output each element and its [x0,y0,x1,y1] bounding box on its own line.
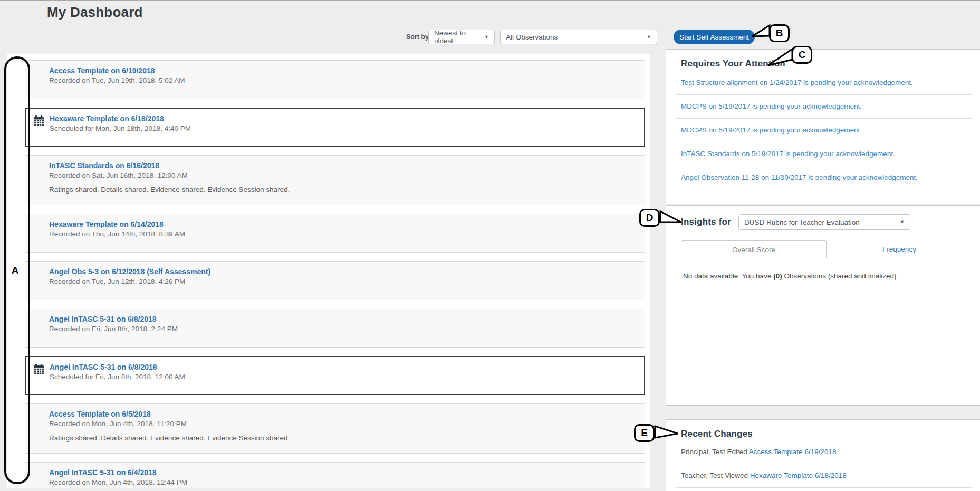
recorded-icon [32,410,44,422]
annotation-label-d: D [639,209,660,227]
observation-title-link[interactable]: Hexaware Template on 6/14/2018 [49,220,637,228]
observation-subtitle: Recorded on Thu, Jun 14th, 2018. 8:39 AM [49,230,637,238]
attention-item-link[interactable]: MDCPS on 5/19/2017 is pending your ackno… [676,119,972,142]
chevron-down-icon: ▼ [893,219,905,225]
insights-tabs: Overall ScoreFrequency [681,240,972,258]
attention-item-link[interactable]: Angel Observation 11-28 on 11/30/2017 is… [676,166,972,189]
observation-title-link[interactable]: InTASC Standards on 6/16/2018 [49,161,637,170]
observation-title-link[interactable]: Access Template on 6/5/2018 [49,410,637,418]
no-data-count: (0) [773,272,782,280]
observation-title-link[interactable]: Hexaware Template on 6/18/2018 [50,114,637,123]
recorded-icon [32,469,44,481]
insights-panel: Insights for DUSD Rubric for Teacher Eva… [666,205,980,406]
recent-change-item: Teacher, Test Viewed Hexaware Template 6… [676,464,972,488]
observation-filter-value: All Observations [506,33,558,41]
observation-subtitle: Scheduled for Fri, Jun 8th, 2018. 12:00 … [50,373,637,381]
observation-subtitle: Recorded on Mon, Jun 4th, 2018. 11:20 PM [49,420,637,428]
observation-card: Angel Obs 5-3 on 6/12/2018 (Self Assessm… [25,261,645,300]
tab-overall-score[interactable]: Overall Score [681,240,827,258]
recent-change-link[interactable]: Access Template 6/19/2018 [749,448,837,456]
recent-change-item: Principal, Test Edited Access Template 6… [676,440,972,464]
observation-card: InTASC Standards on 6/16/2018Recorded on… [25,155,645,205]
requires-attention-heading: Requires Your Attention [681,59,972,69]
tab-frequency[interactable]: Frequency [827,240,972,258]
observation-card: Access Template on 6/5/2018Recorded on M… [25,403,645,454]
no-data-suffix: Observations (shared and finalized) [782,272,897,280]
no-data-prefix: No data available. You have [683,272,773,280]
chevron-down-icon: ▼ [478,34,489,40]
observation-card: Angel InTASC 5-31 on 6/8/2018Scheduled f… [25,356,645,395]
sort-order-value: Newest to oldest [434,29,478,45]
attention-item-link[interactable]: MDCPS on 5/19/2017 is pending your ackno… [676,95,972,119]
observations-panel: Access Template on 6/19/2018Recorded on … [7,54,650,488]
observation-subtitle: Recorded on Tue, Jun 19th, 2018. 5:02 AM [49,76,637,84]
observation-card: Hexaware Template on 6/18/2018Scheduled … [25,108,645,147]
observation-subtitle: Recorded on Fri, Jun 8th, 2018. 2:24 PM [49,325,637,333]
start-self-assessment-button[interactable]: Start Self Assessment [674,30,755,44]
annotation-label-b: B [769,24,790,42]
recorded-icon [32,315,44,328]
recorded-icon [32,268,44,280]
observation-subtitle: Recorded on Sat, Jun 16th, 2018. 12:00 A… [49,171,637,179]
rubric-select[interactable]: DUSD Rubric for Teacher Evaluation ▼ [738,214,910,230]
observation-share-status: Ratings shared. Details shared. Evidence… [49,434,637,442]
observation-title-link[interactable]: Angel Obs 5-3 on 6/12/2018 (Self Assessm… [49,267,637,276]
observation-subtitle: Scheduled for Mon, Jun 18th, 2018. 4:40 … [50,124,637,132]
recent-change-text: Principal, Test Edited [681,448,749,456]
observation-title-link[interactable]: Access Template on 6/19/2018 [49,66,637,75]
recent-changes-heading: Recent Changes [681,429,972,439]
recorded-icon [32,162,44,174]
calendar-icon [33,363,45,376]
observation-title-link[interactable]: Angel InTASC 5-31 on 6/8/2018 [49,315,637,323]
sort-by-label: Sort by: [406,33,431,41]
chevron-down-icon: ▼ [640,34,651,40]
sort-order-select[interactable]: Newest to oldest ▼ [428,30,495,44]
recent-change-text: Teacher, Test Viewed [681,471,750,479]
observation-title-link[interactable]: Angel InTASC 5-31 on 6/4/2018 [49,468,637,477]
attention-item-link[interactable]: InTASC Standards on 5/19/2017 is pending… [676,142,972,166]
observation-card: Angel InTASC 5-31 on 6/4/2018Recorded on… [25,462,645,488]
recorded-icon [32,220,44,233]
observation-card: Access Template on 6/19/2018Recorded on … [25,60,645,99]
calendar-icon [33,115,45,127]
observations-list: Access Template on 6/19/2018Recorded on … [7,54,650,488]
recent-change-link[interactable]: Hexaware Template 6/18/2018 [750,471,847,479]
observation-share-status: Ratings shared. Details shared. Evidence… [49,186,637,194]
requires-attention-list: Test Structure alignment on 1/24/2017 is… [676,71,972,189]
rubric-select-value: DUSD Rubric for Teacher Evaluation [744,218,860,226]
annotation-label-c: C [792,46,812,64]
insights-heading: Insights for [681,217,731,227]
observation-subtitle: Recorded on Tue, Jun 12th, 2018. 4:26 PM [49,277,637,285]
observation-title-link[interactable]: Angel InTASC 5-31 on 6/8/2018 [50,363,637,371]
recent-changes-panel: Recent Changes Principal, Test Edited Ac… [666,419,980,491]
observation-filter-select[interactable]: All Observations ▼ [500,30,657,44]
recent-changes-list: Principal, Test Edited Access Template 6… [676,440,972,488]
top-divider [0,0,980,1]
no-data-message: No data available. You have (0) Observat… [683,272,972,280]
observation-subtitle: Recorded on Mon, Jun 4th, 2018. 12:44 PM [49,478,637,486]
page-title: My Dashboard [47,4,143,21]
observation-card: Hexaware Template on 6/14/2018Recorded o… [25,214,645,253]
annotation-label-e: E [634,424,655,442]
recorded-icon [32,67,44,79]
observation-card: Angel InTASC 5-31 on 6/8/2018Recorded on… [25,309,645,348]
requires-attention-panel: Requires Your Attention Test Structure a… [666,49,980,204]
attention-item-link[interactable]: Test Structure alignment on 1/24/2017 is… [676,71,972,95]
